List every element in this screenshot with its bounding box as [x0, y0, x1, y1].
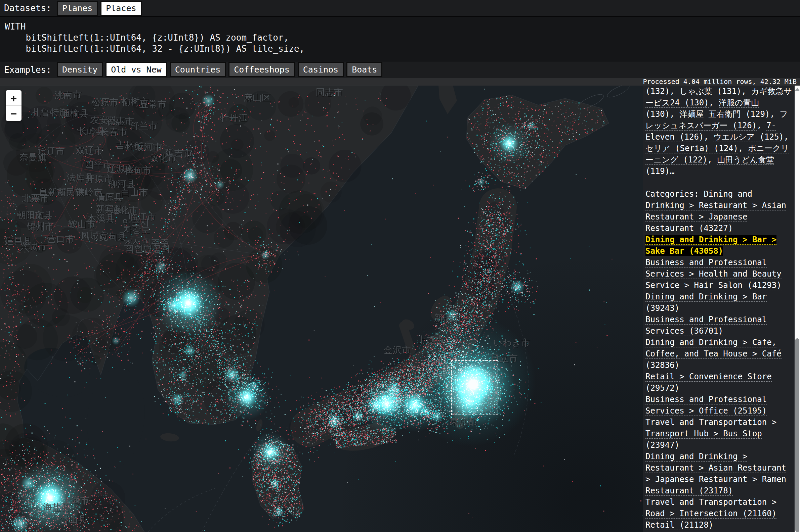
categories-block: Categories: Dining and Drinking > Restau…: [646, 188, 793, 532]
examples-buttons: DensityOld vs NewCountriesCoffeeshopsCas…: [57, 62, 383, 77]
sql-line: bitShiftLeft(1::UInt64, {z:UInt8}) AS zo…: [5, 32, 795, 43]
category-link[interactable]: Dining and Drinking > Restaurant > Asian…: [646, 452, 786, 496]
category-link[interactable]: Travel and Transportation > Transport Hu…: [646, 418, 777, 450]
sql-line: bitShiftLeft(1::UInt64, 32 - {z:UInt8}) …: [5, 43, 795, 54]
example-button-density[interactable]: Density: [57, 62, 103, 77]
example-button-countries[interactable]: Countries: [170, 62, 226, 77]
category-link[interactable]: Retail > Convenience Store (29572): [646, 372, 772, 393]
zoom-out-button[interactable]: −: [6, 106, 21, 121]
datasets-buttons: PlanesPlaces: [57, 1, 142, 16]
map[interactable]: 洮南市松原市榆树市五常市同志市麻山区牡丹江扎鲁特旗通榆县农安县德惠市舒兰市长岭县…: [0, 86, 643, 532]
category-link[interactable]: Business and Professional Services > Hea…: [646, 258, 782, 290]
sidebar-scrollbar[interactable]: [795, 86, 800, 532]
map-canvas: [0, 86, 643, 532]
map-zoom-control: + −: [6, 90, 21, 121]
category-link[interactable]: Dining and Drinking > Bar > Sake Bar (43…: [646, 235, 777, 256]
categories-label: Categories:: [646, 189, 704, 199]
category-link[interactable]: Dining and Drinking > Bar (39243): [646, 292, 767, 313]
example-button-casinos[interactable]: Casinos: [298, 62, 344, 77]
example-button-old-vs-new[interactable]: Old vs New: [106, 62, 167, 77]
category-link[interactable]: Retail (21128): [646, 520, 713, 530]
zoom-in-button[interactable]: +: [6, 90, 21, 106]
sql-line: WITH: [5, 21, 795, 32]
datasets-bar: Datasets: PlanesPlaces: [0, 0, 800, 16]
example-button-boats[interactable]: Boats: [346, 62, 382, 77]
place-name-link[interactable]: 洋麺屋 五右衛門 (129): [679, 110, 770, 119]
category-link[interactable]: Business and Professional Services (3670…: [646, 315, 767, 336]
category-link[interactable]: Dining and Drinking > Cafe, Coffee, and …: [646, 338, 782, 370]
examples-bar: Examples: DensityOld vs NewCountriesCoff…: [0, 61, 800, 78]
content: 洮南市松原市榆树市五常市同志市麻山区牡丹江扎鲁特旗通榆县农安县德惠市舒兰市长岭县…: [0, 86, 800, 532]
place-name-link[interactable]: (132): [646, 87, 670, 96]
examples-label: Examples:: [4, 65, 51, 75]
scrollbar-thumb[interactable]: [795, 338, 799, 532]
category-link[interactable]: Travel and Transportation > Road > Inter…: [646, 497, 777, 518]
place-name-link[interactable]: しゃぶ葉 (131): [679, 87, 741, 96]
dataset-button-planes[interactable]: Planes: [57, 1, 98, 16]
example-button-coffeeshops[interactable]: Coffeeshops: [229, 62, 295, 77]
categories-list: Dining and Drinking > Restaurant > Asian…: [646, 189, 786, 532]
map-selection-rect: [451, 360, 498, 415]
datasets-label: Datasets:: [4, 3, 51, 13]
spacer: [646, 177, 793, 188]
sql-editor[interactable]: WITH bitShiftLeft(1::UInt64, {z:UInt8}) …: [0, 16, 800, 61]
place-name-link[interactable]: ウエルシア (125): [713, 132, 784, 142]
query-stats: Processed 4.04 million rows, 42.32 MiB: [0, 78, 800, 86]
category-link[interactable]: Business and Professional Services > Off…: [646, 395, 767, 416]
scroll-up-button[interactable]: [795, 88, 800, 91]
top-names: (132), しゃぶ葉 (131), カギ救急サービス24 (130), 洋服の…: [646, 86, 793, 177]
dataset-button-places[interactable]: Places: [101, 1, 142, 16]
sidebar: (132), しゃぶ葉 (131), カギ救急サービス24 (130), 洋服の…: [643, 86, 795, 532]
place-name-link[interactable]: セリア (Seria) (124): [646, 144, 738, 153]
